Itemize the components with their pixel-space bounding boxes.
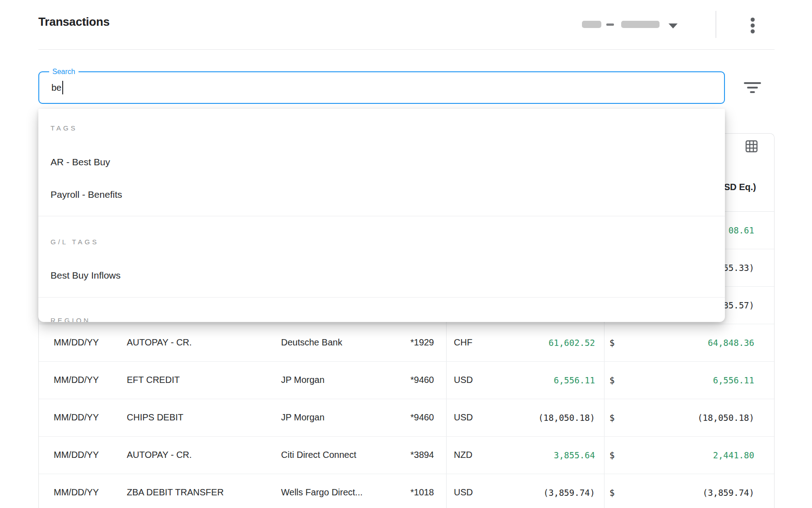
usd-eq-cell: (3,859.74) (703, 474, 754, 508)
amount-cell: 3,855.64 (554, 436, 595, 474)
search-value: be (51, 72, 63, 103)
currency-cell: USD (454, 361, 473, 399)
suggestion-item[interactable]: Best Buy Inflows (51, 269, 120, 282)
usd-symbol-cell: $ (609, 361, 614, 399)
currency-cell: CHF (454, 324, 472, 361)
suggestion-item[interactable]: Payroll - Benefits (51, 188, 122, 201)
section-divider (38, 216, 725, 216)
date-cell: MM/DD/YY (54, 324, 99, 361)
header-divider-vertical (715, 11, 716, 38)
table-row[interactable]: MM/DD/YY EFT CREDIT JP Morgan *9460 USD … (39, 361, 774, 399)
table-row[interactable]: MM/DD/YY AUTOPAY - CR. Deutsche Bank *19… (39, 324, 774, 362)
table-row[interactable]: MM/DD/YY CHIPS DEBIT JP Morgan *9460 USD… (39, 399, 774, 437)
search-input[interactable]: Search be (38, 71, 725, 104)
table-row[interactable]: MM/DD/YY AUTOPAY - CR. Citi Direct Conne… (39, 436, 774, 474)
usd-symbol-cell: $ (609, 324, 614, 361)
type-cell: AUTOPAY - CR. (127, 436, 192, 474)
type-cell: AUTOPAY - CR. (127, 324, 192, 361)
bank-cell: Citi Direct Connect (281, 436, 356, 474)
chevron-down-icon[interactable] (669, 23, 678, 28)
text-cursor (62, 81, 63, 94)
usd-symbol-cell: $ (609, 399, 614, 436)
currency-cell: USD (454, 399, 473, 436)
usd-eq-cell: (18,050.18) (697, 399, 754, 436)
date-cell: MM/DD/YY (54, 474, 99, 508)
usd-eq-column-header: SD Eq.) (724, 177, 756, 197)
type-cell: EFT CREDIT (127, 361, 180, 399)
date-cell: MM/DD/YY (54, 436, 99, 474)
amount-cell: 6,556.11 (554, 361, 595, 399)
table-row[interactable]: MM/DD/YY ZBA DEBIT TRANSFER Wells Fargo … (39, 474, 774, 508)
amount-cell: (18,050.18) (538, 399, 595, 436)
section-label-region: REGION (51, 317, 91, 322)
date-range-separator (606, 23, 614, 26)
usd-eq-cell: 64,848.36 (708, 324, 754, 361)
date-cell: MM/DD/YY (54, 399, 99, 436)
kebab-menu-icon[interactable] (750, 17, 755, 35)
date-cell: MM/DD/YY (54, 361, 99, 399)
usd-eq-cell: 6,556.11 (713, 361, 754, 399)
section-divider (38, 297, 725, 298)
section-label-gl-tags: G/L TAGS (51, 238, 99, 246)
usd-eq-cell: 85.57) (723, 286, 754, 324)
account-cell: *9460 (411, 399, 434, 436)
page-title: Transactions (38, 15, 110, 29)
account-cell: *9460 (411, 361, 434, 399)
amount-cell: 61,602.52 (549, 324, 595, 361)
type-cell: ZBA DEBIT TRANSFER (127, 474, 224, 508)
bank-cell: JP Morgan (281, 361, 324, 399)
account-cell: *1929 (411, 324, 434, 361)
suggestion-item[interactable]: AR - Best Buy (51, 155, 110, 169)
page-header-divider (38, 49, 775, 50)
date-range-end-skeleton[interactable] (621, 21, 660, 28)
amount-cell: (3,859.74) (544, 474, 595, 508)
grid-view-icon[interactable] (744, 139, 759, 154)
bank-cell: Wells Fargo Direct... (281, 474, 363, 508)
bank-cell: Deutsche Bank (281, 324, 342, 361)
type-cell: CHIPS DEBIT (127, 399, 184, 436)
usd-symbol-cell: $ (609, 436, 614, 474)
search-suggestions-dropdown: TAGS AR - Best Buy Payroll - Benefits G/… (38, 109, 725, 322)
usd-eq-cell: 2,441.80 (713, 436, 754, 474)
currency-cell: NZD (454, 436, 472, 474)
transactions-page: Transactions Search be SD Eq.) 08.61 55.… (0, 0, 812, 508)
currency-cell: USD (454, 474, 473, 508)
section-label-tags: TAGS (51, 124, 78, 132)
usd-eq-cell: 55.33) (723, 249, 754, 286)
account-cell: *3894 (411, 436, 434, 474)
usd-eq-cell: 08.61 (729, 211, 754, 249)
usd-symbol-cell: $ (609, 474, 614, 508)
filter-icon[interactable] (743, 79, 762, 96)
account-cell: *1018 (411, 474, 434, 508)
date-range-start-skeleton[interactable] (582, 21, 601, 28)
bank-cell: JP Morgan (281, 399, 324, 436)
